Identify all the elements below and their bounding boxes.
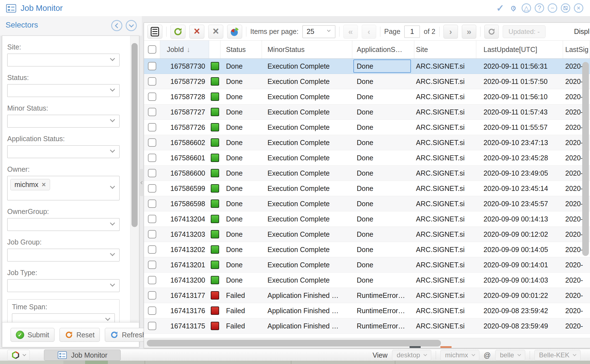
selectors-header: Selectors [0, 16, 142, 36]
main-menu-button[interactable] [7, 350, 30, 360]
table-row[interactable]: 167586599DoneExecution CompleteDoneARC.S… [144, 181, 590, 196]
row-checkbox[interactable] [148, 123, 156, 131]
items-per-page-select[interactable]: 25 [303, 25, 335, 38]
row-checkbox[interactable] [148, 93, 156, 101]
check-icon[interactable]: ✓ [495, 3, 505, 13]
table-row[interactable]: 167413200DoneExecution CompleteDoneARC.S… [144, 273, 590, 288]
collapse-up-icon[interactable]: △ [522, 3, 531, 13]
reset-button[interactable]: Reset [60, 328, 100, 342]
table-row[interactable]: 167413204DoneExecution CompleteDoneARC.S… [144, 211, 590, 227]
panel-scrollbar[interactable] [130, 36, 139, 322]
row-checkbox[interactable] [148, 108, 156, 116]
status-select[interactable] [7, 84, 120, 97]
row-checkbox[interactable] [148, 215, 156, 223]
row-checkbox[interactable] [148, 322, 156, 330]
remove-tag-icon[interactable] [42, 181, 46, 188]
table-row[interactable]: 167587727DoneExecution CompleteDoneARC.S… [144, 104, 590, 120]
delete-job-button[interactable]: × [208, 25, 223, 39]
table-row[interactable]: 167413201DoneExecution CompleteDoneARC.S… [144, 257, 590, 273]
job-group-select[interactable] [7, 249, 120, 261]
checkbox-cell [144, 181, 160, 196]
owner-select[interactable]: michmx [7, 176, 120, 200]
table-row[interactable]: 167586601DoneExecution CompleteDoneARC.S… [144, 150, 590, 166]
setup-select[interactable]: Belle-KEK [534, 350, 581, 360]
first-page-button[interactable]: « [343, 25, 358, 39]
row-checkbox[interactable] [148, 62, 156, 70]
taskbar-job-monitor-button[interactable]: Job Monitor [44, 350, 121, 361]
row-checkbox[interactable] [148, 230, 156, 238]
kill-job-button[interactable]: × [189, 25, 204, 39]
panel-scrollbar-thumb[interactable] [132, 43, 138, 227]
row-checkbox[interactable] [148, 245, 156, 254]
table-row[interactable]: 167586600DoneExecution CompleteDoneARC.S… [144, 166, 590, 181]
minor-status-select[interactable] [7, 115, 120, 128]
column-header[interactable]: Site [414, 41, 476, 58]
group-select[interactable]: belle [495, 350, 525, 360]
next-page-button[interactable]: › [443, 25, 458, 39]
prev-page-button[interactable]: ‹ [362, 25, 376, 39]
status-icon-cell [209, 273, 220, 288]
last-update-cell: 2020-09-10 23:45:28 [476, 150, 563, 165]
row-checkbox[interactable] [148, 200, 156, 208]
table-row[interactable]: 167587726DoneExecution CompleteDoneARC.S… [144, 120, 590, 135]
updated-button[interactable]: Updated: - [503, 25, 546, 38]
statistics-button[interactable] [227, 25, 242, 39]
page-input[interactable] [404, 26, 420, 38]
horizontal-scrollbar[interactable] [144, 338, 590, 348]
row-checkbox[interactable] [148, 138, 156, 147]
column-header[interactable]: LastSig [563, 41, 590, 58]
select-all-checkbox[interactable] [148, 45, 156, 54]
row-checkbox[interactable] [148, 169, 156, 177]
table-row[interactable]: 167413175FailedApplication Finished …Run… [144, 318, 590, 334]
close-icon[interactable]: × [574, 3, 583, 13]
table-row[interactable]: 167413203DoneExecution CompleteDoneARC.S… [144, 227, 590, 242]
last-update-cell: 2020-09-11 01:56:10 [476, 89, 563, 104]
row-checkbox[interactable] [148, 77, 156, 86]
table-row[interactable]: 167587730DoneExecution CompleteDoneARC.S… [144, 59, 590, 74]
horizontal-scrollbar-thumb[interactable] [147, 340, 441, 346]
table-row[interactable]: 167587729DoneExecution CompleteDoneARC.S… [144, 74, 590, 89]
row-checkbox[interactable] [148, 276, 156, 284]
panel-splitter[interactable] [140, 169, 143, 196]
auto-refresh-button[interactable] [484, 25, 499, 39]
help-icon[interactable]: ? [535, 3, 544, 13]
last-update-cell: 2020-09-11 01:57:50 [476, 74, 563, 89]
status-cell: Done [220, 273, 262, 288]
time-span-select[interactable] [12, 313, 115, 322]
unpin-icon[interactable] [561, 3, 570, 13]
job-type-select[interactable] [7, 279, 120, 292]
table-row[interactable]: 167413176FailedApplication Finished …Run… [144, 303, 590, 318]
status-cell: Failed [220, 318, 262, 333]
column-header[interactable]: JobId↓ [160, 41, 209, 58]
table-row[interactable]: 167413177FailedApplication Finished …Run… [144, 288, 590, 303]
column-header[interactable]: MinorStatus [262, 41, 352, 58]
application-status-select[interactable] [7, 145, 120, 158]
table-row[interactable]: 167586598DoneExecution CompleteDoneARC.S… [144, 196, 590, 211]
site-select[interactable] [7, 54, 120, 66]
row-checkbox[interactable] [148, 291, 156, 300]
column-header[interactable]: LastUpdate[UTC] [476, 41, 563, 58]
view-select[interactable]: desktop [392, 350, 431, 360]
location-pin-icon[interactable] [509, 3, 518, 13]
field-label: Owner: [7, 165, 120, 174]
last-page-button[interactable]: » [462, 25, 476, 39]
column-header[interactable]: Status [220, 41, 262, 58]
collapse-panel-icon[interactable] [111, 20, 122, 31]
row-checkbox[interactable] [148, 184, 156, 193]
vertical-scrollbar-thumb[interactable] [582, 62, 589, 256]
menu-button[interactable] [147, 25, 162, 39]
minimize-icon[interactable]: − [548, 3, 557, 13]
table-row[interactable]: 167413202DoneExecution CompleteDoneARC.S… [144, 242, 590, 257]
submit-button[interactable]: Submit [11, 328, 54, 342]
table-row[interactable]: 167587728DoneExecution CompleteDoneARC.S… [144, 89, 590, 104]
row-checkbox[interactable] [148, 261, 156, 269]
row-checkbox[interactable] [148, 306, 156, 315]
column-header[interactable]: ApplicationS… [352, 41, 414, 58]
column-header[interactable] [209, 41, 220, 58]
panel-menu-icon[interactable] [126, 20, 137, 31]
row-checkbox[interactable] [148, 154, 156, 162]
ownergroup-select[interactable] [7, 218, 120, 231]
user-select[interactable]: michmx [440, 350, 479, 360]
refresh-jobs-button[interactable] [170, 25, 185, 39]
table-row[interactable]: 167586602DoneExecution CompleteDoneARC.S… [144, 135, 590, 150]
